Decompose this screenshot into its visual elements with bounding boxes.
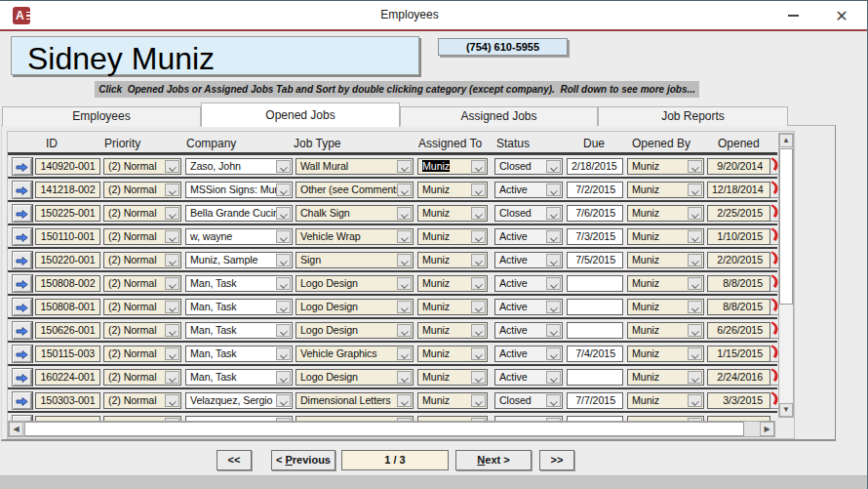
dropdown-arrow-icon[interactable]	[688, 371, 702, 384]
vertical-scrollbar[interactable]: ▲ ▼	[778, 133, 794, 418]
cell-priority[interactable]: (2) Normal	[103, 252, 181, 268]
cell-id[interactable]: 141218-002	[35, 182, 100, 198]
cell-opened[interactable]: 2/25/2015	[707, 205, 770, 222]
dropdown-arrow-icon[interactable]	[688, 160, 702, 173]
cell-company[interactable]: Man, Task	[185, 299, 293, 315]
dropdown-arrow-icon[interactable]	[688, 394, 702, 407]
tab-assigned-jobs[interactable]: Assigned Jobs	[400, 106, 598, 126]
dropdown-arrow-icon[interactable]	[471, 347, 486, 360]
col-header-company[interactable]: Company	[186, 137, 236, 150]
cell-company[interactable]: Man, Task	[185, 346, 293, 362]
cell-job-type[interactable]: Dimensional Letters	[296, 392, 414, 409]
cell-id[interactable]: 150303-001	[35, 392, 100, 409]
goto-record-button[interactable]	[12, 274, 32, 293]
cell-opened-by[interactable]: Muniz	[627, 369, 704, 386]
dropdown-arrow-icon[interactable]	[165, 230, 179, 243]
cell-company[interactable]: Zaso, John	[185, 158, 293, 175]
goto-record-button[interactable]	[12, 391, 32, 410]
col-header-opened[interactable]: Opened	[718, 137, 760, 150]
cell-id[interactable]: 150626-001	[35, 322, 100, 339]
cell-priority[interactable]: (2) Normal	[103, 346, 181, 362]
cell-company[interactable]: Man, Task	[185, 369, 293, 386]
col-header-job-type[interactable]: Job Type	[294, 137, 340, 150]
cell-opened[interactable]: 12/18/2014	[707, 182, 770, 198]
cell-opened[interactable]: 1/10/2015	[707, 228, 770, 245]
cell-due[interactable]: 7/4/2015	[567, 346, 623, 362]
cell-assigned-to[interactable]: Muniz	[417, 369, 488, 386]
cell-job-type[interactable]: Logo Design	[296, 322, 414, 339]
cell-due[interactable]: 2/18/2015	[567, 158, 623, 175]
cell-job-type[interactable]: Wall Mural	[296, 158, 414, 175]
dropdown-arrow-icon[interactable]	[276, 160, 291, 173]
cell-priority[interactable]: (2) Normal	[103, 228, 181, 245]
dropdown-arrow-icon[interactable]	[546, 301, 561, 313]
scroll-down-icon[interactable]: ▼	[779, 403, 793, 417]
phone-button[interactable]: (754) 610-5955	[438, 38, 568, 56]
cell-id[interactable]: 150110-001	[35, 228, 100, 245]
cell-assigned-to[interactable]: Muniz	[417, 252, 488, 268]
dropdown-arrow-icon[interactable]	[688, 183, 702, 196]
cell-status[interactable]: Closed	[494, 392, 563, 409]
goto-record-button[interactable]	[12, 345, 32, 363]
cell-job-type[interactable]: Vehicle Graphics	[296, 346, 414, 362]
cell-company[interactable]: Bella Grande Cucir	[185, 205, 293, 222]
dropdown-arrow-icon[interactable]	[397, 160, 412, 173]
dropdown-arrow-icon[interactable]	[165, 160, 179, 173]
cell-company[interactable]: Muniz, Sample	[185, 252, 293, 268]
dropdown-arrow-icon[interactable]	[276, 230, 291, 243]
cell-job-type[interactable]: Vehicle Wrap	[296, 228, 414, 245]
horizontal-scrollbar[interactable]: ◀ ▶	[8, 421, 775, 437]
dropdown-arrow-icon[interactable]	[546, 394, 561, 407]
cell-id[interactable]: 140920-001	[35, 158, 100, 175]
scroll-left-icon[interactable]: ◀	[9, 422, 23, 436]
previous-page-button[interactable]: < Previous	[271, 450, 335, 470]
cell-priority[interactable]: (2) Normal	[103, 182, 181, 198]
dropdown-arrow-icon[interactable]	[165, 371, 179, 384]
col-header-priority[interactable]: Priority	[104, 137, 140, 150]
dropdown-arrow-icon[interactable]	[546, 371, 561, 384]
dropdown-arrow-icon[interactable]	[276, 207, 291, 220]
cell-opened[interactable]: 3/3/2015	[707, 392, 770, 409]
last-page-button[interactable]: >>	[539, 450, 574, 470]
cell-opened[interactable]: 1/15/2015	[707, 346, 770, 362]
dropdown-arrow-icon[interactable]	[546, 207, 561, 220]
dropdown-arrow-icon[interactable]	[276, 183, 291, 196]
cell-job-type[interactable]: Sign	[296, 252, 414, 268]
dropdown-arrow-icon[interactable]	[546, 277, 561, 290]
cell-priority[interactable]: (2) Normal	[103, 275, 181, 292]
cell-status[interactable]: Active	[494, 252, 563, 268]
cell-assigned-to[interactable]: Muniz	[417, 346, 488, 362]
dropdown-arrow-icon[interactable]	[165, 394, 179, 407]
cell-assigned-to[interactable]: Muniz	[417, 158, 488, 175]
cell-opened-by[interactable]: Muniz	[627, 205, 704, 222]
cell-job-type[interactable]: Logo Design	[296, 275, 414, 292]
dropdown-arrow-icon[interactable]	[276, 347, 291, 360]
next-page-button[interactable]: Next >	[455, 450, 532, 470]
dropdown-arrow-icon[interactable]	[471, 394, 486, 407]
minimize-button[interactable]	[780, 5, 806, 26]
scroll-right-icon[interactable]: ▶	[760, 422, 774, 436]
cell-opened-by[interactable]: Muniz	[627, 299, 704, 315]
cell-company[interactable]: Man, Task	[185, 275, 293, 292]
cell-due[interactable]	[567, 369, 623, 386]
cell-due[interactable]: 7/6/2015	[567, 205, 623, 222]
first-page-button[interactable]: <<	[217, 450, 252, 470]
cell-due[interactable]: 7/5/2015	[567, 252, 623, 268]
dropdown-arrow-icon[interactable]	[471, 324, 486, 337]
cell-opened-by[interactable]: Muniz	[627, 392, 704, 409]
cell-status[interactable]: Closed	[494, 205, 563, 222]
dropdown-arrow-icon[interactable]	[397, 207, 412, 220]
dropdown-arrow-icon[interactable]	[397, 347, 412, 360]
cell-due[interactable]: 7/7/2015	[567, 392, 623, 409]
col-header-id[interactable]: ID	[46, 137, 58, 150]
cell-opened-by[interactable]: Muniz	[627, 182, 704, 198]
dropdown-arrow-icon[interactable]	[165, 347, 179, 360]
cell-opened-by[interactable]: Muniz	[627, 158, 704, 175]
tab-job-reports[interactable]: Job Reports	[598, 106, 788, 126]
dropdown-arrow-icon[interactable]	[397, 301, 412, 313]
goto-record-button[interactable]	[12, 181, 32, 199]
dropdown-arrow-icon[interactable]	[276, 394, 291, 407]
dropdown-arrow-icon[interactable]	[165, 277, 179, 290]
cell-priority[interactable]: (2) Normal	[103, 299, 181, 315]
dropdown-arrow-icon[interactable]	[471, 183, 486, 196]
